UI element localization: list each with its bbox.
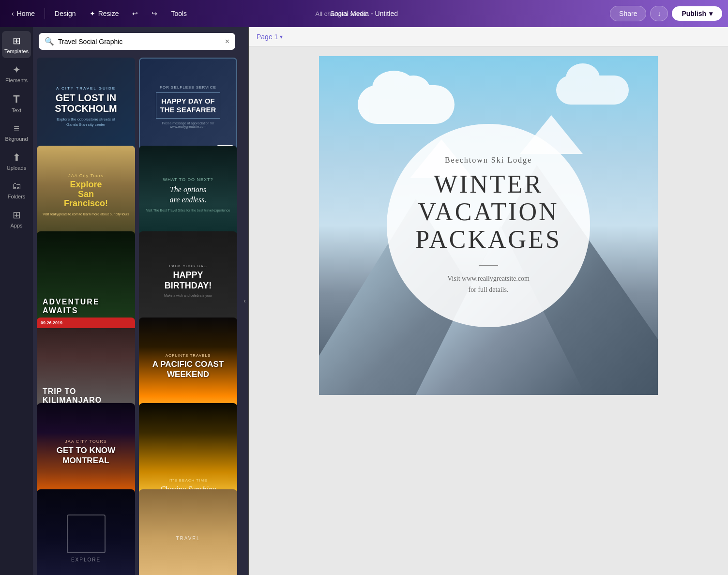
bkground-icon: ≡ <box>14 123 19 134</box>
template-grid: A CITY TRAVEL GUIDE GET LOST INSTOCKHOLM… <box>33 54 241 575</box>
search-clear-button[interactable]: × <box>225 37 229 46</box>
search-box: 🔍 × <box>39 33 235 50</box>
bkground-label: Bkground <box>5 136 28 142</box>
collapse-icon: ‹ <box>244 298 246 304</box>
template-card-endless[interactable]: WHAT TO DO NEXT? The optionsare endless.… <box>139 146 237 244</box>
page-label[interactable]: Page 1 ▾ <box>257 33 283 41</box>
search-header: 🔍 × <box>33 27 241 54</box>
template-card-adventure[interactable]: ADVENTURE AWAITS Explore beautiful place… <box>37 231 135 330</box>
undo-button[interactable]: ↩ <box>126 7 144 20</box>
share-label: Share <box>619 10 637 17</box>
template-card-birthday[interactable]: PACK YOUR BAG HAPPYBIRTHDAY! Make a wish… <box>139 231 237 330</box>
design-button[interactable]: Design <box>49 7 82 20</box>
lodge-name: Beechtown Ski Lodge <box>445 156 532 165</box>
nav-divider <box>45 8 45 19</box>
sidebar-item-elements[interactable]: ✦ Elements <box>2 60 31 87</box>
uploads-label: Uploads <box>7 165 26 171</box>
sidebar-item-text[interactable]: T Text <box>2 89 31 117</box>
main-layout: ⊞ Templates ✦ Elements T Text ≡ Bkground… <box>0 27 728 575</box>
apps-icon: ⊞ <box>13 209 21 221</box>
page-dropdown-icon: ▾ <box>280 33 283 40</box>
collapse-handle[interactable]: ‹ <box>241 27 249 575</box>
canvas-toolbar: Page 1 ▾ <box>249 27 728 46</box>
design-circle-overlay: Beechtown Ski Lodge WINTERVACATIONPACKAG… <box>387 124 590 327</box>
search-icon: 🔍 <box>45 37 54 46</box>
home-button[interactable]: ‹ Home <box>6 7 41 20</box>
folders-icon: 🗂 <box>12 181 21 192</box>
nav-right: Social Media - Untitled Share ↓ Publish … <box>610 6 722 21</box>
download-button[interactable]: ↓ <box>650 6 668 21</box>
resize-label: Resize <box>98 10 119 17</box>
page-label-text: Page 1 <box>257 33 278 41</box>
uploads-icon: ⬆ <box>13 151 21 163</box>
template-card-sf[interactable]: JAA City Tours ExploreSanFrancisco! Visi… <box>37 146 135 244</box>
undo-icon: ↩ <box>132 10 138 17</box>
publish-button[interactable]: Publish ▾ <box>672 6 722 21</box>
sidebar-item-templates[interactable]: ⊞ Templates <box>2 31 31 58</box>
sidebar-item-bkground[interactable]: ≡ Bkground <box>2 119 31 146</box>
resize-button[interactable]: ✦ Resize <box>84 7 125 20</box>
design-label: Design <box>55 10 76 17</box>
design-canvas: Beechtown Ski Lodge WINTERVACATIONPACKAG… <box>319 56 658 395</box>
template-card-stockholm[interactable]: A CITY TRAVEL GUIDE GET LOST INSTOCKHOLM… <box>37 58 135 156</box>
template-card-dark1[interactable]: EXPLORE <box>37 489 135 575</box>
folders-label: Folders <box>8 194 26 199</box>
tools-label: Tools <box>171 10 187 17</box>
cloud-right <box>556 76 629 105</box>
text-icon: T <box>13 93 19 106</box>
text-label: Text <box>12 107 21 113</box>
template-card-sunshine[interactable]: IT'S BEACH TIME Chasing Sunshine FREE <box>139 403 237 501</box>
sidebar-item-apps[interactable]: ⊞ Apps <box>2 205 31 232</box>
redo-icon: ↪ <box>152 10 157 17</box>
template-card-seafarer[interactable]: FOR SELFLESS SERVICE HAPPY DAY OFTHE SEA… <box>139 58 237 156</box>
resize-icon: ✦ <box>90 10 95 17</box>
templates-icon: ⊞ <box>13 35 21 46</box>
tools-button[interactable]: Tools <box>165 7 193 20</box>
canvas-scroll[interactable]: Beechtown Ski Lodge WINTERVACATIONPACKAG… <box>249 46 728 575</box>
template-card-pacific[interactable]: AOPLINTS TRAVELS A PACIFIC COASTWEEKEND … <box>139 318 237 416</box>
redo-button[interactable]: ↪ <box>146 7 163 20</box>
elements-icon: ✦ <box>13 64 21 76</box>
sidebar-item-uploads[interactable]: ⬆ Uploads <box>2 148 31 175</box>
back-arrow-icon: ‹ <box>12 10 14 17</box>
sidebar-icons: ⊞ Templates ✦ Elements T Text ≡ Bkground… <box>0 27 33 575</box>
sidebar-item-folders[interactable]: 🗂 Folders <box>2 177 31 203</box>
share-button[interactable]: Share <box>610 6 646 21</box>
search-input[interactable] <box>58 38 221 45</box>
home-label: Home <box>17 10 35 17</box>
main-title: WINTERVACATIONPACKAGES <box>415 170 561 254</box>
elements-label: Elements <box>5 77 28 83</box>
download-icon: ↓ <box>657 10 661 17</box>
apps-label: Apps <box>10 223 22 228</box>
search-panel: 🔍 × A CITY TRAVEL GUIDE GET LOST INSTOCK… <box>33 27 241 575</box>
template-card-montreal[interactable]: JAA CITY TOURS GET TO KNOWMONTREAL FREE <box>37 403 135 501</box>
canvas-area: Page 1 ▾ Beechtown Ski Lodge <box>249 27 728 575</box>
divider-line <box>479 265 498 266</box>
publish-label: Publish <box>682 10 706 17</box>
cloud-left <box>358 85 455 124</box>
template-card-kilimanjaro[interactable]: 09.26.2019 TRIP TOKILIMANJARO Join our j… <box>37 318 135 416</box>
template-card-warm1[interactable]: TRAVEL <box>139 489 237 575</box>
templates-label: Templates <box>4 48 29 54</box>
project-title: Social Media - Untitled <box>330 10 398 17</box>
visit-text: Visit www.reallygreatsite.comfor full de… <box>447 273 530 295</box>
navbar: ‹ Home Design ✦ Resize ↩ ↪ Tools All cha… <box>0 0 728 27</box>
chevron-down-icon: ▾ <box>709 10 713 17</box>
